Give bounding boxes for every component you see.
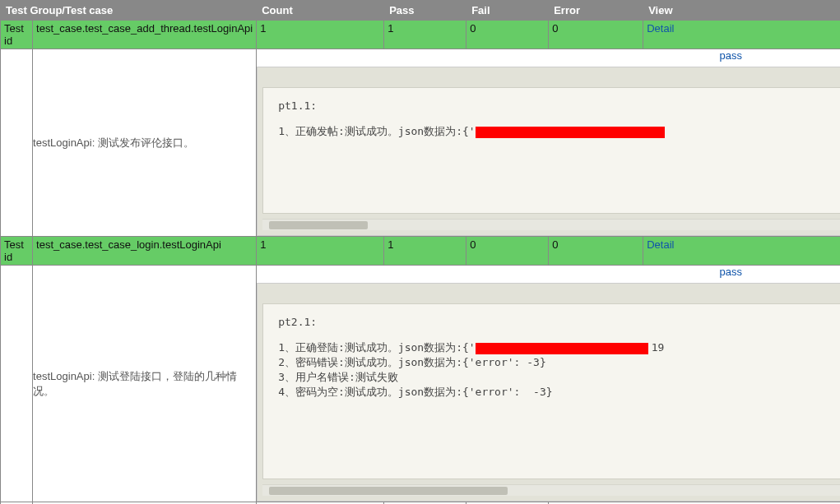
- header-group: Test Group/Test case: [1, 1, 257, 21]
- terminal-output[interactable]: pt2.1: 1、正确登陆:测试成功。json数据为:{'19 2、密码错误:测…: [262, 303, 840, 479]
- redact-suffix: 19: [652, 341, 665, 354]
- redacted-block: [476, 127, 665, 138]
- view-cell: Detail: [643, 237, 840, 266]
- detail-link[interactable]: Detail: [647, 238, 674, 251]
- count-cell: 1: [257, 237, 384, 266]
- terminal-output[interactable]: pt1.1: 1、正确发帖:测试成功。json数据为:{': [262, 87, 840, 214]
- pass-cell: 1: [384, 237, 466, 266]
- pass-cell: 1: [384, 21, 466, 49]
- count-cell: 1: [257, 21, 384, 49]
- header-view: View: [643, 1, 840, 21]
- scrollbar-thumb[interactable]: [269, 487, 508, 495]
- test-description: testLoginApi: 测试发布评伦接口。: [33, 49, 257, 237]
- pass-status-label: pass: [257, 49, 840, 67]
- test-group-row: Test idtest_case.test_case_add_thread.te…: [1, 21, 841, 49]
- terminal-content: pt1.1: 1、正确发帖:测试成功。json数据为:{': [278, 99, 840, 206]
- header-pass: Pass: [384, 1, 466, 21]
- header-count: Count: [257, 1, 384, 21]
- test-group-row: Test idtest_case.test_case_login.testLog…: [1, 237, 841, 266]
- redacted-block: [476, 343, 648, 354]
- empty-left-cell: [1, 49, 33, 237]
- test-name: test_case.test_case_add_thread.testLogin…: [33, 21, 257, 49]
- test-name: test_case.test_case_login.testLoginApi: [33, 237, 257, 266]
- detail-row: testLoginApi: 测试发布评伦接口。pass[x]pt1.1: 1、正…: [1, 49, 841, 237]
- scrollbar-track[interactable]: ▸: [262, 484, 840, 496]
- test-report-table: Test Group/Test case Count Pass Fail Err…: [0, 0, 840, 504]
- terminal-container: [x]pt2.1: 1、正确登陆:测试成功。json数据为:{'19 2、密码错…: [257, 283, 840, 502]
- header-error: Error: [549, 1, 643, 21]
- scrollbar-track[interactable]: ▸: [262, 219, 840, 230]
- scrollbar-thumb[interactable]: [269, 221, 368, 229]
- pass-status-label: pass: [257, 266, 840, 283]
- empty-left-cell: [1, 266, 33, 502]
- header-fail: Fail: [466, 1, 549, 21]
- testid-label: Test id: [1, 237, 33, 266]
- detail-output-cell: pass[x]pt1.1: 1、正确发帖:测试成功。json数据为:{' ▸: [257, 49, 840, 237]
- view-cell: Detail: [643, 21, 840, 49]
- error-cell: 0: [549, 237, 643, 266]
- fail-cell: 0: [466, 237, 549, 266]
- terminal-content: pt2.1: 1、正确登陆:测试成功。json数据为:{'19 2、密码错误:测…: [278, 316, 840, 472]
- terminal-container: [x]pt1.1: 1、正确发帖:测试成功。json数据为:{' ▸: [257, 67, 840, 236]
- header-row: Test Group/Test case Count Pass Fail Err…: [1, 1, 841, 21]
- error-cell: 0: [549, 21, 643, 49]
- test-description: testLoginApi: 测试登陆接口，登陆的几种情况。: [33, 266, 257, 502]
- detail-output-cell: pass[x]pt2.1: 1、正确登陆:测试成功。json数据为:{'19 2…: [257, 266, 840, 502]
- fail-cell: 0: [466, 21, 549, 49]
- detail-link[interactable]: Detail: [647, 22, 674, 35]
- testid-label: Test id: [1, 21, 33, 49]
- detail-row: testLoginApi: 测试登陆接口，登陆的几种情况。pass[x]pt2.…: [1, 266, 841, 502]
